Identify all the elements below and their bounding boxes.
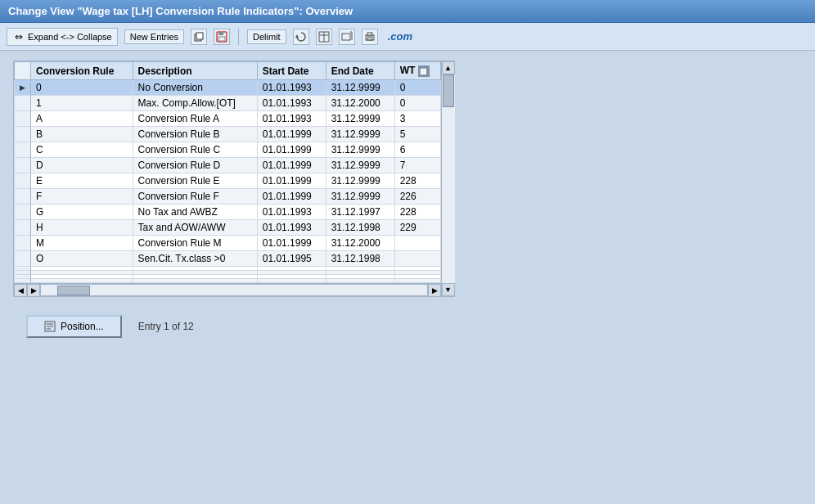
refresh-icon-button[interactable] [293, 29, 309, 45]
position-button[interactable]: Position... [26, 315, 122, 338]
row-selector-cell[interactable] [15, 111, 31, 127]
expand-collapse-button[interactable]: ⇔ Expand <-> Collapse [7, 28, 118, 46]
cell-conversion_rule: 1 [31, 96, 133, 111]
row-selector-cell[interactable] [15, 189, 31, 205]
cell-conversion_rule: B [31, 127, 133, 142]
cell-end_date: 31.12.1998 [326, 251, 394, 267]
h-scroll-left-button[interactable]: ◀ [14, 284, 27, 296]
row-selector-cell[interactable] [15, 96, 31, 111]
vertical-scrollbar: ▲ ▼ [441, 61, 454, 296]
table-scroll-content: Conversion Rule Description Start Date E… [14, 61, 441, 296]
table-icon [318, 31, 330, 43]
copy-icon [193, 31, 205, 43]
save-icon [216, 31, 227, 43]
cell-start_date: 01.01.1993 [257, 96, 326, 111]
expand-collapse-label: Expand <-> Collapse [28, 32, 112, 42]
row-selector-header [15, 62, 31, 80]
row-selector-cell[interactable] [15, 251, 31, 267]
table-row[interactable] [15, 279, 441, 283]
entry-info: Entry 1 of 12 [138, 321, 194, 332]
table-row[interactable]: EConversion Rule E01.01.199931.12.999922… [15, 173, 441, 189]
row-selector-cell[interactable] [15, 236, 31, 251]
cell-end_date [326, 279, 394, 283]
table-row[interactable]: AConversion Rule A01.01.199331.12.99993 [15, 111, 441, 127]
table-row[interactable]: DConversion Rule D01.01.199931.12.99997 [15, 158, 441, 173]
position-label: Position... [61, 321, 104, 332]
cell-start_date: 01.01.1999 [257, 127, 326, 142]
new-entries-button[interactable]: New Entries [124, 29, 184, 44]
scroll-area: Conversion Rule Description Start Date E… [14, 61, 454, 296]
cell-wt: 6 [394, 142, 440, 158]
cell-end_date: 31.12.2000 [326, 96, 394, 111]
cell-conversion_rule: G [31, 205, 133, 220]
cell-conversion_rule: O [31, 251, 133, 267]
cell-start_date: 01.01.1993 [257, 111, 326, 127]
table-row[interactable]: ▶0No Conversion01.01.199331.12.99990 [15, 80, 441, 96]
data-table-container: Conversion Rule Description Start Date E… [13, 61, 455, 297]
cell-description: Conversion Rule C [133, 142, 257, 158]
export-icon-button[interactable] [339, 29, 355, 45]
cell-wt: 3 [394, 111, 440, 127]
cell-start_date: 01.01.1999 [257, 189, 326, 205]
row-selector-cell[interactable] [15, 158, 31, 173]
col-header-description: Description [133, 62, 257, 80]
svg-rect-4 [218, 37, 225, 41]
h-scroll-right-btn2[interactable]: ▶ [27, 284, 40, 296]
delimit-button[interactable]: Delimit [247, 29, 286, 44]
cell-description: Conversion Rule E [133, 173, 257, 189]
scroll-up-button[interactable]: ▲ [442, 61, 455, 74]
delimit-label: Delimit [253, 32, 281, 42]
table-header-row: Conversion Rule Description Start Date E… [15, 62, 441, 80]
row-selector-cell[interactable]: ▶ [15, 80, 31, 96]
h-scroll-track[interactable] [40, 284, 428, 296]
cell-conversion_rule: A [31, 111, 133, 127]
scroll-thumb[interactable] [443, 74, 454, 107]
cell-end_date: 31.12.9999 [326, 127, 394, 142]
table-row[interactable]: HTax and AOW/AWW01.01.199331.12.1998229 [15, 220, 441, 236]
table-row[interactable]: CConversion Rule C01.01.199931.12.99996 [15, 142, 441, 158]
table-row[interactable]: FConversion Rule F01.01.199931.12.999922… [15, 189, 441, 205]
cell-description: Max. Comp.Allow.[OT] [133, 96, 257, 111]
save-icon-button[interactable] [214, 29, 230, 45]
table-row[interactable]: MConversion Rule M01.01.199931.12.2000 [15, 236, 441, 251]
column-chooser-icon[interactable]: ▦ [418, 65, 430, 77]
sap-logo: .com [388, 30, 412, 43]
scroll-track[interactable] [442, 74, 455, 283]
cell-description: Conversion Rule F [133, 189, 257, 205]
table-row[interactable]: GNo Tax and AWBZ01.01.199331.12.1997228 [15, 205, 441, 220]
row-selector-cell[interactable] [15, 220, 31, 236]
cell-conversion_rule: 0 [31, 80, 133, 96]
print-icon-button[interactable] [362, 29, 378, 45]
cell-description: Conversion Rule D [133, 158, 257, 173]
row-selector-cell[interactable] [15, 205, 31, 220]
cell-start_date: 01.01.1999 [257, 173, 326, 189]
row-selector-cell[interactable] [15, 173, 31, 189]
svg-marker-5 [295, 34, 299, 38]
table-row[interactable]: 1Max. Comp.Allow.[OT]01.01.199331.12.200… [15, 96, 441, 111]
cell-end_date: 31.12.9999 [326, 111, 394, 127]
table-icon-button[interactable] [316, 29, 332, 45]
svg-rect-9 [342, 34, 350, 40]
row-selector-cell[interactable] [15, 142, 31, 158]
table-row[interactable]: BConversion Rule B01.01.199931.12.99995 [15, 127, 441, 142]
cell-end_date: 31.12.2000 [326, 236, 394, 251]
cell-wt: 229 [394, 220, 440, 236]
table-row[interactable]: OSen.Cit. Tx.class >001.01.199531.12.199… [15, 251, 441, 267]
cell-description: Sen.Cit. Tx.class >0 [133, 251, 257, 267]
scroll-down-button[interactable]: ▼ [442, 283, 455, 296]
row-selector-cell[interactable] [15, 279, 31, 283]
cell-description: No Conversion [133, 80, 257, 96]
cell-conversion_rule: H [31, 220, 133, 236]
h-scroll-thumb[interactable] [57, 286, 90, 295]
cell-wt: 7 [394, 158, 440, 173]
cell-end_date: 31.12.9999 [326, 142, 394, 158]
copy-icon-button[interactable] [191, 29, 207, 45]
cell-conversion_rule: E [31, 173, 133, 189]
row-selector-cell[interactable] [15, 127, 31, 142]
h-scroll-right-button[interactable]: ▶ [428, 284, 441, 296]
cell-description: Conversion Rule A [133, 111, 257, 127]
title-text: Change View "Wage tax [LH] Conversion Ru… [8, 5, 353, 17]
cell-wt: 228 [394, 173, 440, 189]
print-icon [364, 31, 376, 43]
cell-start_date: 01.01.1999 [257, 158, 326, 173]
